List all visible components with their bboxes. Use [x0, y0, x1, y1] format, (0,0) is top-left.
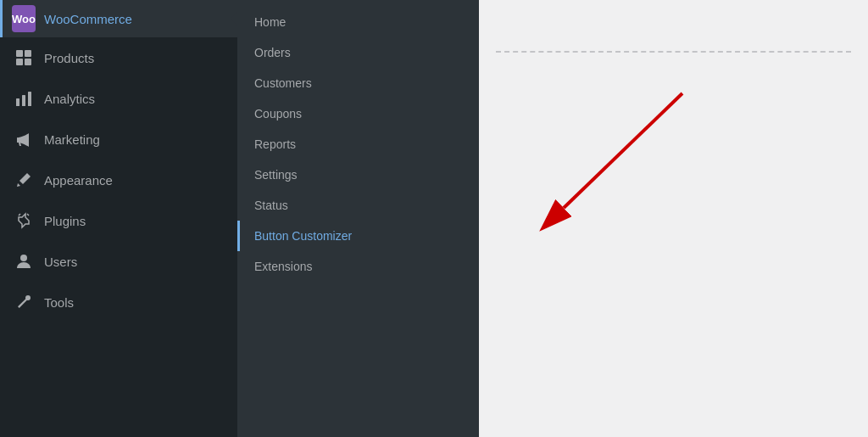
sidebar-label-users: Users — [44, 255, 77, 269]
svg-rect-7 — [17, 137, 19, 143]
submenu-label-customers: Customers — [254, 76, 312, 90]
submenu-label-status: Status — [254, 199, 288, 212]
sidebar-item-marketing[interactable]: Marketing — [0, 119, 237, 160]
sidebar-item-woocommerce[interactable]: Woo WooCommerce — [0, 0, 237, 37]
woocommerce-submenu: Home Orders Customers Coupons Reports Se… — [237, 0, 479, 437]
analytics-icon — [14, 88, 34, 109]
svg-rect-1 — [25, 50, 31, 57]
submenu-label-reports: Reports — [254, 137, 296, 151]
submenu-item-reports[interactable]: Reports — [237, 129, 479, 160]
sidebar-label-woocommerce: WooCommerce — [44, 12, 132, 26]
submenu-item-home[interactable]: Home — [237, 7, 479, 37]
submenu-label-settings: Settings — [254, 168, 298, 182]
submenu-item-extensions[interactable]: Extensions — [237, 251, 479, 282]
sidebar-item-appearance[interactable]: Appearance — [0, 160, 237, 200]
sidebar-item-tools[interactable]: Tools — [0, 282, 237, 322]
submenu-label-orders: Orders — [254, 46, 291, 59]
svg-rect-6 — [28, 92, 31, 106]
sidebar: Woo WooCommerce Products Analytics — [0, 0, 237, 437]
marketing-icon — [14, 129, 34, 149]
svg-rect-4 — [16, 98, 19, 106]
submenu-label-coupons: Coupons — [254, 107, 302, 120]
main-content — [479, 0, 868, 437]
sidebar-label-plugins: Plugins — [44, 214, 86, 228]
submenu-label-extensions: Extensions — [254, 260, 312, 273]
products-icon — [14, 48, 34, 68]
svg-rect-5 — [22, 95, 25, 106]
svg-point-8 — [20, 255, 27, 261]
svg-rect-0 — [16, 50, 23, 57]
svg-line-10 — [564, 93, 682, 208]
submenu-item-status[interactable]: Status — [237, 190, 479, 221]
sidebar-item-analytics[interactable]: Analytics — [0, 78, 237, 119]
sidebar-item-users[interactable]: Users — [0, 241, 237, 282]
svg-rect-3 — [25, 59, 31, 65]
submenu-item-button-customizer[interactable]: Button Customizer — [237, 221, 479, 251]
submenu-item-orders[interactable]: Orders — [237, 37, 479, 68]
tools-icon — [14, 292, 34, 312]
submenu-chevron — [231, 12, 237, 25]
sidebar-label-marketing: Marketing — [44, 132, 100, 147]
submenu-item-customers[interactable]: Customers — [237, 68, 479, 98]
submenu-item-coupons[interactable]: Coupons — [237, 98, 479, 129]
dashed-divider — [496, 51, 851, 53]
woo-icon: Woo — [14, 8, 34, 29]
plugins-icon — [14, 210, 34, 231]
submenu-label-home: Home — [254, 15, 286, 29]
sidebar-item-products[interactable]: Products — [0, 37, 237, 78]
sidebar-label-appearance: Appearance — [44, 173, 113, 188]
red-arrow-annotation — [496, 76, 716, 246]
sidebar-item-plugins[interactable]: Plugins — [0, 200, 237, 241]
woo-icon-text: Woo — [12, 13, 36, 25]
users-icon — [14, 251, 34, 272]
sidebar-label-products: Products — [44, 51, 94, 65]
submenu-item-settings[interactable]: Settings — [237, 160, 479, 190]
svg-rect-2 — [16, 59, 23, 65]
sidebar-label-analytics: Analytics — [44, 92, 95, 106]
submenu-label-button-customizer: Button Customizer — [254, 229, 352, 243]
appearance-icon — [14, 170, 34, 190]
sidebar-label-tools: Tools — [44, 295, 74, 310]
